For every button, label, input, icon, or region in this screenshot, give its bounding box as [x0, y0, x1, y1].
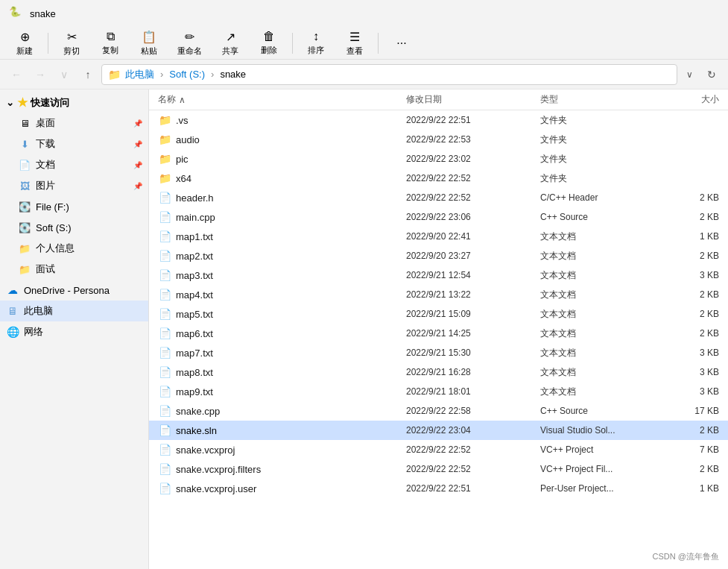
sidebar: ⌄ ★ 快速访问 🖥 桌面 📌 ⬇ 下载 📌 📄 文档 📌 🖼 图片 📌 💽 F… — [0, 89, 149, 569]
table-row[interactable]: 📄 header.h 2022/9/22 22:52 C/C++ Header … — [149, 188, 728, 207]
recent-locations-button[interactable]: ∨ — [54, 64, 75, 85]
file-size: 1 KB — [659, 483, 719, 494]
file-date: 2022/9/22 23:04 — [406, 425, 540, 436]
main-layout: ⌄ ★ 快速访问 🖥 桌面 📌 ⬇ 下载 📌 📄 文档 📌 🖼 图片 📌 💽 F… — [0, 89, 728, 569]
sidebar-item-network[interactable]: 🌐 网络 — [0, 321, 148, 342]
table-row[interactable]: 📄 map6.txt 2022/9/21 14:25 文本文档 2 KB — [149, 324, 728, 343]
col-date-header[interactable]: 修改日期 — [406, 93, 540, 106]
paste-button[interactable]: 📋 粘贴 — [130, 26, 168, 60]
table-row[interactable]: 📄 map1.txt 2022/9/20 22:41 文本文档 1 KB — [149, 227, 728, 246]
sidebar-item-personal[interactable]: 📁 个人信息 — [0, 238, 148, 259]
table-row[interactable]: 📁 pic 2022/9/22 23:02 文件夹 — [149, 149, 728, 169]
table-row[interactable]: 📄 snake.vcxproj.user 2022/9/22 22:51 Per… — [149, 479, 728, 498]
nav-bar: ← → ∨ ↑ 📁 此电脑 › Soft (S:) › snake ∨ ↻ — [0, 60, 728, 89]
table-row[interactable]: 📄 map5.txt 2022/9/21 15:09 文本文档 2 KB — [149, 304, 728, 324]
table-row[interactable]: 📄 map4.txt 2022/9/21 13:22 文本文档 2 KB — [149, 285, 728, 304]
file-type: 文件夹 — [540, 114, 659, 127]
table-row[interactable]: 📄 map9.txt 2022/9/21 18:01 文本文档 3 KB — [149, 382, 728, 401]
breadcrumb-thispc[interactable]: 此电脑 — [125, 68, 154, 81]
col-type-header[interactable]: 类型 — [540, 93, 659, 106]
star-icon: ★ — [17, 95, 28, 110]
file-date: 2022/9/22 22:58 — [406, 406, 540, 416]
file-size: 2 KB — [659, 309, 719, 319]
delete-icon: 🗑 — [263, 30, 275, 43]
more-button[interactable]: ··· — [383, 33, 420, 54]
table-row[interactable]: 📄 snake.sln 2022/9/22 23:04 Visual Studi… — [149, 421, 728, 440]
table-row[interactable]: 📄 snake.vcxproj 2022/9/22 22:52 VC++ Pro… — [149, 440, 728, 459]
file-type-icon: 📄 — [158, 346, 171, 359]
pin-icon-3: 📌 — [133, 161, 142, 169]
file-list[interactable]: 名称 ∧ 修改日期 类型 大小 📁 .vs 2022/9/22 22:51 文件… — [149, 89, 728, 569]
cut-button[interactable]: ✂ 剪切 — [53, 26, 90, 60]
share-icon: ↗ — [226, 30, 235, 44]
table-row[interactable]: 📄 map7.txt 2022/9/21 15:30 文本文档 3 KB — [149, 343, 728, 362]
table-row[interactable]: 📄 map8.txt 2022/9/21 16:28 文本文档 3 KB — [149, 362, 728, 382]
delete-button[interactable]: 🗑 删除 — [250, 26, 288, 60]
sort-button[interactable]: ↕ 排序 — [297, 26, 335, 60]
refresh-button[interactable]: ↻ — [701, 64, 722, 85]
new-button[interactable]: ⊕ 新建 — [6, 26, 43, 60]
file-type: 文本文档 — [540, 366, 659, 379]
file-name: snake.cpp — [176, 406, 406, 417]
sidebar-item-thispc[interactable]: 🖥 此电脑 — [0, 301, 148, 321]
file-type: 文本文档 — [540, 386, 659, 398]
thispc-icon: 🖥 — [6, 304, 19, 318]
col-name-header[interactable]: 名称 ∧ — [158, 93, 406, 106]
table-row[interactable]: 📄 map3.txt 2022/9/21 12:54 文本文档 3 KB — [149, 265, 728, 285]
file-type: VC++ Project — [540, 444, 659, 455]
table-row[interactable]: 📄 snake.vcxproj.filters 2022/9/22 22:52 … — [149, 459, 728, 479]
file-type-icon: 📄 — [158, 385, 171, 398]
file-date: 2022/9/22 22:52 — [406, 464, 540, 474]
sidebar-item-desktop[interactable]: 🖥 桌面 📌 — [0, 113, 148, 133]
sidebar-item-interview[interactable]: 📁 面试 — [0, 259, 148, 280]
pin-icon-4: 📌 — [133, 182, 142, 190]
file-name: map7.txt — [176, 348, 406, 359]
cut-icon: ✂ — [67, 30, 77, 44]
rename-button[interactable]: ✏ 重命名 — [169, 26, 210, 60]
file-date: 2022/9/21 13:22 — [406, 289, 540, 300]
sidebar-item-file-f-label: File (F:) — [36, 201, 69, 213]
sidebar-item-download[interactable]: ⬇ 下载 📌 — [0, 133, 148, 154]
file-date: 2022/9/21 12:54 — [406, 270, 540, 280]
more-icon: ··· — [396, 37, 406, 50]
address-dropdown-button[interactable]: ∨ — [680, 64, 698, 85]
sidebar-item-onedrive[interactable]: ☁ OneDrive - Persona — [0, 280, 148, 301]
up-button[interactable]: ↑ — [77, 64, 98, 85]
view-button[interactable]: ☰ 查看 — [336, 26, 373, 60]
copy-button[interactable]: ⧉ 复制 — [92, 26, 129, 60]
table-row[interactable]: 📄 main.cpp 2022/9/22 23:06 C++ Source 2 … — [149, 207, 728, 227]
rename-label: 重命名 — [177, 45, 202, 57]
file-type: Visual Studio Sol... — [540, 425, 659, 436]
file-date: 2022/9/22 22:53 — [406, 134, 540, 145]
table-row[interactable]: 📄 snake.cpp 2022/9/22 22:58 C++ Source 1… — [149, 401, 728, 421]
breadcrumb-soft[interactable]: Soft (S:) — [169, 69, 205, 80]
sidebar-item-personal-label: 个人信息 — [36, 242, 75, 255]
file-type-icon: 📄 — [158, 443, 171, 456]
sidebar-item-pictures[interactable]: 🖼 图片 📌 — [0, 175, 148, 196]
cut-label: 剪切 — [63, 45, 80, 57]
delete-label: 删除 — [261, 45, 277, 56]
file-size: 17 KB — [659, 406, 719, 416]
title-bar-icon: 🐍 — [9, 6, 24, 21]
watermark: CSDN @流年鲁鱼 — [650, 550, 722, 563]
share-button[interactable]: ↗ 共享 — [212, 26, 249, 60]
network-icon: 🌐 — [6, 325, 19, 339]
sidebar-item-file-f[interactable]: 💽 File (F:) — [0, 196, 148, 217]
back-button[interactable]: ← — [6, 64, 27, 85]
breadcrumb-folder-icon: 📁 — [108, 69, 121, 81]
sidebar-item-docs[interactable]: 📄 文档 📌 — [0, 154, 148, 175]
forward-button[interactable]: → — [30, 64, 51, 85]
breadcrumb-snake[interactable]: snake — [220, 69, 246, 80]
file-date: 2022/9/22 22:51 — [406, 115, 540, 125]
file-date: 2022/9/20 22:41 — [406, 231, 540, 242]
separator-1 — [48, 33, 48, 54]
table-row[interactable]: 📁 audio 2022/9/22 22:53 文件夹 — [149, 130, 728, 149]
col-size-header[interactable]: 大小 — [659, 93, 719, 106]
table-row[interactable]: 📄 map2.txt 2022/9/20 23:27 文本文档 2 KB — [149, 246, 728, 265]
sort-asc-icon: ∧ — [179, 95, 186, 105]
table-row[interactable]: 📁 .vs 2022/9/22 22:51 文件夹 — [149, 110, 728, 130]
table-row[interactable]: 📁 x64 2022/9/22 22:52 文件夹 — [149, 169, 728, 188]
address-bar[interactable]: 📁 此电脑 › Soft (S:) › snake — [101, 64, 677, 85]
sidebar-item-soft-s[interactable]: 💽 Soft (S:) — [0, 217, 148, 238]
quick-access-header[interactable]: ⌄ ★ 快速访问 — [0, 92, 148, 113]
